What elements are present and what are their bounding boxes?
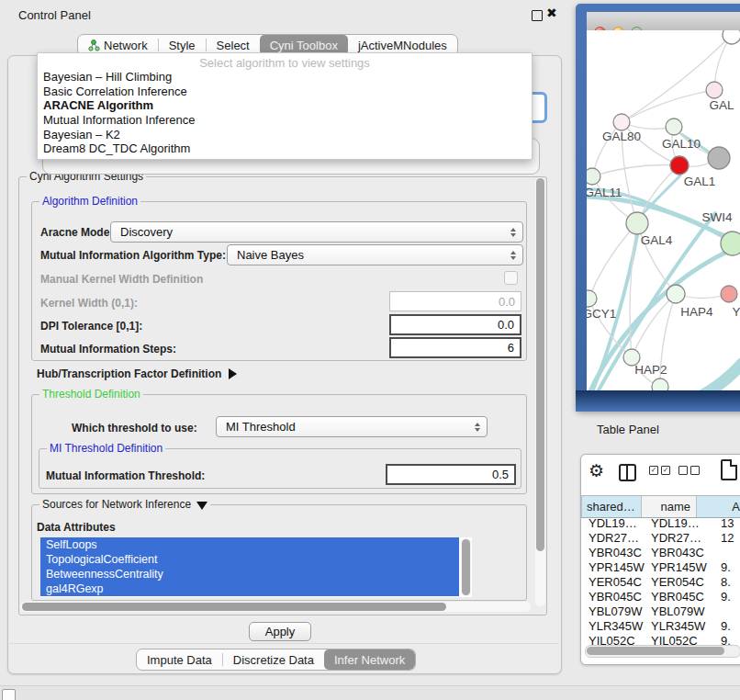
mi-type-select[interactable]: Naive Bayes: [227, 244, 523, 265]
network-window-titlebar[interactable]: [587, 12, 740, 31]
algorithm-dropdown-list: Select algorithm to view settings Bayesi…: [37, 52, 533, 160]
table-panel-title: Table Panel: [597, 423, 659, 436]
table-horizontal-scrollbar-thumb[interactable]: [587, 647, 724, 655]
network-edge-strong[interactable]: [687, 364, 740, 390]
table-row[interactable]: YBR045CYBR045C9.: [581, 590, 740, 604]
table-row[interactable]: YDL19…YDL19…13: [581, 516, 740, 531]
manual-kernel-label: Manual Kernel Width Definition: [40, 273, 203, 286]
table-row[interactable]: YPR145WYPR145W9.: [581, 560, 740, 575]
corner-grip-icon[interactable]: [2, 689, 16, 700]
network-node-label: GAL: [709, 98, 734, 112]
attribute-list-item[interactable]: TopologicalCoefficient: [40, 552, 459, 567]
manual-kernel-checkbox[interactable]: [504, 271, 518, 285]
column-header-2[interactable]: name: [642, 496, 697, 517]
table-row[interactable]: YLR345WYLR345W9.: [581, 619, 740, 634]
table-rows: YDL19…YDL19…13YDR27…YDR27…12YBR043CYBR04…: [581, 516, 740, 645]
mi-steps-input[interactable]: 6: [389, 337, 521, 358]
gear-icon[interactable]: ⚙: [589, 462, 604, 480]
network-node-y[interactable]: [721, 286, 737, 302]
mi-threshold-group-title: MI Threshold Definition: [47, 442, 165, 455]
data-attributes-list: SelfLoopsTopologicalCoefficientBetweenne…: [40, 537, 472, 597]
network-view-canvas[interactable]: GALGAL80GAL10GAL1GAL11GAL4SWI4HAP4YGCY1H…: [587, 30, 740, 390]
table-row[interactable]: YER054CYER054C8.: [581, 575, 740, 590]
file-icon[interactable]: [721, 459, 737, 480]
network-node-label: Y: [732, 305, 740, 319]
close-icon[interactable]: ✖: [546, 6, 557, 20]
network-edge[interactable]: [622, 90, 714, 122]
sources-title-label: Sources for Network Inference: [42, 498, 191, 511]
network-node[interactable]: [708, 147, 730, 169]
network-node-gal1[interactable]: [670, 156, 689, 175]
table-cell: YBR045C: [589, 590, 642, 604]
algorithm-option[interactable]: Basic Correlation Inference: [38, 85, 532, 99]
network-edge[interactable]: [592, 165, 679, 176]
table-cell: YPR145W: [651, 560, 707, 575]
network-node[interactable]: [652, 378, 668, 390]
column-header-1[interactable]: shared…: [581, 496, 642, 517]
attribute-list-scrollbar-thumb[interactable]: [462, 539, 470, 595]
table-cell: YLR345W: [651, 619, 705, 634]
table-row[interactable]: YBL079WYBL079W: [581, 604, 740, 619]
algorithm-option[interactable]: Bayesian – K2: [38, 128, 532, 142]
network-node-gcy1[interactable]: [587, 290, 597, 307]
tab-label: Select: [217, 39, 250, 52]
network-node-label: GAL11: [587, 186, 622, 199]
mi-type-label: Mutual Information Algorithm Type:: [40, 249, 226, 262]
column-header-3[interactable]: A: [697, 496, 740, 517]
attribute-list-item[interactable]: SelfLoops: [40, 537, 459, 552]
network-node-hap4[interactable]: [667, 285, 685, 303]
bottom-tab-discretize-data[interactable]: Discretize Data: [223, 649, 324, 670]
algorithm-option[interactable]: Dream8 DC_TDC Algorithm: [38, 141, 532, 156]
table-cell: 9.: [721, 590, 731, 604]
hub-definition-toggle[interactable]: Hub/Transcription Factor Definition: [37, 367, 237, 380]
network-node-gal4[interactable]: [626, 212, 648, 234]
unchecked-box-icon[interactable]: [678, 466, 688, 475]
dpi-tolerance-input[interactable]: 0.0: [389, 314, 521, 335]
mi-threshold-label: Mutual Information Threshold:: [46, 469, 205, 482]
kernel-width-input[interactable]: 0.0: [389, 291, 521, 311]
float-window-icon[interactable]: [532, 10, 543, 21]
table-cell: 8.: [721, 575, 731, 590]
which-threshold-value: MI Threshold: [226, 420, 296, 434]
network-node-gal11[interactable]: [587, 168, 600, 185]
tab-label: Infer Network: [334, 653, 405, 667]
settings-vertical-scrollbar-thumb[interactable]: [536, 178, 544, 551]
table-cell: YIL052C: [589, 634, 635, 645]
checked-box-icon[interactable]: ✓: [649, 466, 658, 475]
table-row[interactable]: YDR27…YDR27…12: [581, 531, 740, 546]
bottom-tab-impute-data[interactable]: Impute Data: [137, 649, 222, 670]
attribute-list-item[interactable]: BetweennessCentrality: [40, 567, 459, 581]
network-node-gal80[interactable]: [613, 114, 630, 130]
table-row[interactable]: YIL052CYIL052C9.: [581, 634, 740, 645]
control-panel-title: Control Panel: [18, 8, 91, 22]
apply-button[interactable]: Apply: [249, 622, 311, 641]
table-cell: YDL19…: [589, 516, 637, 531]
mi-threshold-input[interactable]: 0.5: [386, 464, 516, 485]
tab-label: Network: [104, 39, 148, 52]
table-cell: YDL19…: [651, 516, 700, 531]
which-threshold-label: Which threshold to use:: [72, 422, 197, 435]
aracne-mode-value: Discovery: [120, 225, 173, 239]
sources-group-title[interactable]: Sources for Network Inference: [39, 498, 210, 511]
aracne-mode-select[interactable]: Discovery: [110, 221, 523, 243]
algorithm-option[interactable]: ARACNE Algorithm: [38, 98, 532, 113]
network-node-gal[interactable]: [706, 82, 723, 98]
which-threshold-select[interactable]: MI Threshold: [216, 416, 488, 437]
algorithm-option[interactable]: Mutual Information Inference: [38, 113, 532, 128]
network-node[interactable]: [723, 30, 740, 44]
network-window-bottom-frame: [576, 390, 740, 412]
network-node-gal10[interactable]: [666, 119, 682, 135]
algorithm-option[interactable]: Bayesian – Hill Climbing: [38, 70, 532, 85]
checked-box-icon[interactable]: ✓: [661, 466, 670, 475]
columns-icon[interactable]: [619, 464, 636, 481]
network-node-label: HAP2: [634, 363, 667, 377]
bottom-tab-infer-network[interactable]: Infer Network: [324, 649, 415, 670]
unchecked-box-icon[interactable]: [690, 466, 700, 475]
aracne-mode-label: Aracne Mode:: [40, 226, 113, 239]
data-attributes-label: Data Attributes: [37, 521, 116, 534]
network-node-swi4[interactable]: [721, 231, 740, 255]
status-strip: [0, 685, 740, 700]
attribute-list-item[interactable]: gal4RGexp: [40, 581, 459, 596]
table-row[interactable]: YBR043CYBR043C: [581, 546, 740, 560]
settings-horizontal-scrollbar-thumb[interactable]: [22, 603, 446, 611]
